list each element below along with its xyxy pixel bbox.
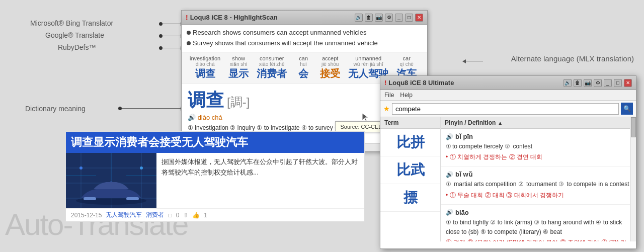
ult-title: ! Loqu8 iCE 8 Ultimate (384, 79, 454, 87)
svg-rect-11 (84, 197, 96, 200)
ruby-label: RubyDefs™ (58, 43, 96, 51)
hs-close-btn[interactable]: ✕ (415, 14, 423, 22)
svg-point-9 (140, 166, 143, 170)
term-row-biao[interactable]: 摽 (380, 184, 440, 212)
hs-char-main: 调查 (188, 88, 224, 113)
hs-speaker-btn[interactable]: 🔊 (355, 14, 363, 22)
news-image (66, 153, 156, 208)
hs-camera-btn[interactable]: 📷 (375, 14, 383, 22)
news-meta: 2015-12-15 无人驾驶汽车 消费者 □ 0 ⇧ 👍 1 (66, 208, 364, 221)
def-pinyin-biwu: 🔊 bǐ wǔ (446, 171, 631, 178)
sort-arrow-icon: ▲ (498, 120, 503, 126)
ult-camera-btn[interactable]: 📷 (584, 79, 592, 87)
ult-close-btn[interactable]: ✕ (624, 79, 632, 87)
hs-word-investigation[interactable]: investigation diào chá 调查 (186, 54, 224, 81)
news-text: 据国外媒体报道，无人驾驶汽车在公众中引起了轩然大波。部分人对将驾驶汽车的控制权交… (156, 153, 364, 208)
bullet-1 (187, 31, 191, 35)
search-input[interactable] (392, 103, 619, 115)
hs-word-show[interactable]: show xiǎn shì 显示 (224, 54, 253, 81)
news-card: 调查显示消费者会接受无人驾驶汽车 (65, 131, 365, 222)
arrow-dict (121, 108, 184, 109)
ult-minimize-btn[interactable]: _ (604, 79, 612, 87)
svg-rect-12 (126, 197, 139, 200)
sound-icon-biwu[interactable]: 🔊 (446, 171, 453, 178)
bullet-2 (187, 41, 191, 45)
ult-icon: ! (384, 79, 386, 87)
hs-sentences: Research shows consumers can accept unma… (182, 25, 427, 52)
hs-char-bracket: [調-] (227, 94, 250, 110)
search-button[interactable]: 🔍 (621, 103, 633, 115)
hs-settings-btn[interactable]: ⚙ (385, 14, 393, 22)
dot-dict (118, 107, 122, 110)
ult-controls[interactable]: 🔊 🗑 📷 ⚙ _ □ ✕ (564, 79, 632, 87)
news-body: 据国外媒体报道，无人驾驶汽车在公众中引起了轩然大波。部分人对将驾驶汽车的控制权交… (66, 153, 364, 208)
def-ko-bipan: • ① 치열하게 경쟁하는 ② 경연 대회 (446, 152, 631, 162)
ms-label: Microsoft® Bing Translator (30, 19, 113, 27)
scrollbar[interactable] (630, 117, 636, 241)
hs-icon: ! (186, 14, 188, 22)
hs-title: ! Loqu8 iCE 8 - HighlightScan (186, 14, 278, 22)
arrow-google (161, 36, 184, 36)
arrow-ruby (161, 48, 184, 48)
hs-titlebar: ! Loqu8 iCE 8 - HighlightScan 🔊 🗑 📷 ⚙ _ … (182, 11, 427, 25)
hs-word-accept[interactable]: accept jiē shòu 接受 (316, 54, 344, 81)
def-pinyin-biao: 🔊 biāo (446, 209, 631, 216)
def-ko-biwu: • ① 무술 대회 ② 대회 ③ 대회에서 경쟁하기 (446, 191, 631, 200)
sound-icon-biao[interactable]: 🔊 (446, 209, 453, 216)
def-ko-biao: ① 경쟁 ② (문학) 이길 (SB)에 가까이 붙어 ③ 주위에 걸어 ④ (… (446, 238, 631, 241)
ult-maximize-btn[interactable]: □ (614, 79, 622, 87)
hs-trash-btn[interactable]: 🗑 (365, 14, 373, 22)
dot-ms (159, 22, 163, 26)
ult-search-row: ★ 🔍 (380, 101, 636, 117)
alt-lang-label: Alternate language (MLX translation) (511, 54, 634, 63)
def-text-biwu: ① martial arts competition ② tournament … (446, 180, 631, 189)
ult-trash-btn[interactable]: 🗑 (574, 79, 582, 87)
dot-google (159, 34, 163, 38)
def-row-biwu: 🔊 bǐ wǔ ① martial arts competition ② tou… (441, 166, 636, 204)
google-label: Google® Translate (45, 31, 104, 39)
ultimate-window: ! Loqu8 iCE 8 Ultimate 🔊 🗑 📷 ⚙ _ □ ✕ Fil… (380, 75, 636, 249)
ult-menu-help[interactable]: Help (400, 92, 413, 99)
term-row-bipan[interactable]: 比拼 (380, 129, 440, 156)
ult-table: Term 比拼 比武 摽 Pinyin / Definition ▲ 🔊 (380, 117, 636, 241)
star-icon: ★ (383, 105, 390, 113)
news-tag-2[interactable]: 消费者 (146, 211, 164, 219)
hs-sentence-1: Research shows consumers can accept unma… (187, 28, 422, 38)
dict-meaning-label: Dictionary meaning (25, 105, 86, 113)
def-column: Pinyin / Definition ▲ 🔊 bǐ pīn ①to compe… (441, 117, 636, 241)
def-row-bipan: 🔊 bǐ pīn ①to compete fiercely ② contest … (441, 129, 636, 166)
cursor-pointer (361, 112, 369, 124)
term-column: Term 比拼 比武 摽 (380, 117, 441, 241)
ult-menu-file[interactable]: File (384, 92, 394, 99)
hs-word-can[interactable]: can huì 会 (291, 54, 316, 81)
arrow-ms (161, 24, 184, 24)
hs-controls[interactable]: 🔊 🗑 📷 ⚙ _ □ ✕ (355, 14, 423, 22)
def-text-biao: ① to bind tightly ② to link (arms) ③ to … (446, 218, 631, 237)
def-row-biao: 🔊 biāo ① to bind tightly ② to link (arms… (441, 205, 636, 241)
news-tag-1[interactable]: 无人驾驶汽车 (106, 211, 142, 219)
news-headline: 调查显示消费者会接受无人驾驶汽车 (66, 132, 364, 153)
news-img-svg (66, 153, 156, 208)
def-text-bipan: ①to compete fiercely ② contest (446, 142, 631, 151)
sound-icon-bipan[interactable]: 🔊 (446, 133, 453, 140)
def-pinyin-bipan: 🔊 bǐ pīn (446, 133, 631, 140)
def-col-header[interactable]: Pinyin / Definition ▲ (441, 117, 636, 129)
term-col-header: Term (380, 117, 440, 129)
ult-settings-btn[interactable]: ⚙ (594, 79, 602, 87)
hs-minimize-btn[interactable]: _ (395, 14, 403, 22)
ult-menubar: File Help (380, 90, 636, 101)
hs-maximize-btn[interactable]: □ (405, 14, 413, 22)
ult-titlebar: ! Loqu8 iCE 8 Ultimate 🔊 🗑 📷 ⚙ _ □ ✕ (380, 76, 636, 90)
term-row-biwu[interactable]: 比武 (380, 156, 440, 184)
arrow-alt-lang (463, 61, 483, 61)
hs-sentence-2: Survey shows that consumers will accept … (187, 38, 422, 49)
dot-ruby (159, 46, 163, 50)
svg-point-7 (79, 166, 83, 170)
hs-word-consumer[interactable]: consumer xiāo fèi zhě 消费者 (253, 54, 291, 81)
scroll-thumb[interactable] (631, 117, 636, 137)
ult-speaker-btn[interactable]: 🔊 (564, 79, 572, 87)
